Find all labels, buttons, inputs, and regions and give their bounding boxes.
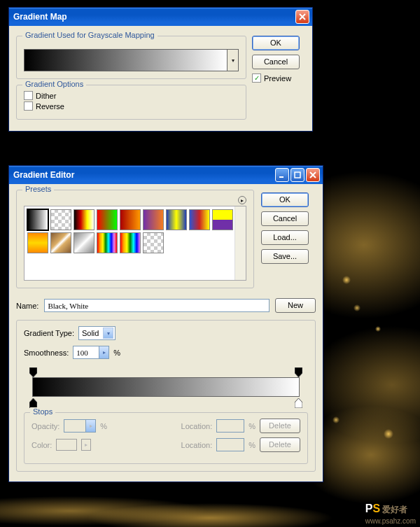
gradient-type-label: Gradient Type:	[24, 329, 74, 337]
location-label: Location:	[181, 422, 213, 430]
ok-button[interactable]: OK	[261, 192, 309, 207]
percent-label: %	[113, 349, 120, 357]
preset-swatch[interactable]	[166, 209, 187, 230]
reverse-checkbox[interactable]: Reverse	[24, 101, 239, 111]
preset-swatch[interactable]	[50, 209, 71, 230]
name-input[interactable]	[44, 299, 270, 312]
reverse-label: Reverse	[36, 102, 64, 111]
preset-swatch[interactable]	[50, 232, 71, 253]
dither-label: Dither	[36, 92, 56, 100]
cancel-button[interactable]: Cancel	[261, 211, 309, 226]
preset-swatch[interactable]	[97, 209, 118, 230]
preset-swatch[interactable]	[120, 209, 141, 230]
presets-group: Presets ▸	[16, 190, 254, 288]
watermark: PS 爱好者 www.psahz.com	[365, 503, 416, 526]
svg-rect-1	[295, 172, 300, 178]
preview-checkbox[interactable]: ✓ Preview	[252, 73, 307, 83]
preset-swatch[interactable]	[143, 209, 164, 230]
chevron-down-icon: ▾	[103, 328, 113, 339]
color-stop-right[interactable]	[295, 398, 302, 408]
gradient-settings-group: Gradient Type: Solid ▾ Smoothness: ▸ %	[16, 320, 316, 472]
dither-checkbox[interactable]: Dither	[24, 91, 239, 100]
grayscale-mapping-group: Gradient Used for Grayscale Mapping ▾	[16, 36, 246, 79]
gradient-editor-titlebar[interactable]: Gradient Editor	[9, 166, 323, 184]
preset-swatch[interactable]	[27, 232, 48, 253]
stops-group: Stops Opacity: ▸ % Location: % Delete Co…	[24, 412, 308, 464]
save-button[interactable]: Save...	[261, 249, 309, 264]
checkbox-checked-icon: ✓	[252, 73, 261, 83]
gradient-editor-dialog: Gradient Editor Presets ▸	[8, 165, 323, 482]
gradient-options-legend: Gradient Options	[22, 80, 86, 88]
color-label: Color:	[31, 441, 52, 449]
chevron-right-icon: ▸	[81, 439, 91, 451]
gradient-options-group: Gradient Options Dither Reverse	[16, 85, 246, 120]
scrollbar[interactable]	[234, 206, 246, 280]
chevron-right-icon: ▸	[86, 419, 96, 433]
checkbox-icon	[24, 101, 33, 111]
opacity-label: Opacity:	[31, 422, 59, 430]
load-button[interactable]: Load...	[261, 230, 309, 245]
svg-rect-0	[279, 176, 284, 178]
smoothness-label: Smoothness:	[24, 349, 69, 357]
ok-button[interactable]: OK	[252, 36, 300, 50]
gradient-type-select[interactable]: Solid ▾	[78, 326, 115, 340]
presets-legend: Presets	[22, 185, 54, 193]
preset-swatch[interactable]	[74, 232, 94, 253]
preset-swatch[interactable]	[74, 209, 94, 230]
color-swatch	[56, 439, 77, 451]
color-stop-left[interactable]	[29, 398, 37, 408]
cancel-button[interactable]: Cancel	[252, 55, 300, 69]
gradient-map-title: Gradient Map	[13, 12, 294, 22]
gradient-dropdown-button[interactable]: ▾	[227, 49, 239, 71]
new-button[interactable]: New	[275, 298, 316, 313]
grayscale-mapping-legend: Gradient Used for Grayscale Mapping	[22, 31, 158, 39]
preset-swatch[interactable]	[189, 209, 210, 230]
delete-opacity-stop-button: Delete	[260, 419, 300, 433]
delete-color-stop-button: Delete	[260, 437, 300, 452]
location-input	[216, 438, 244, 451]
preset-swatch[interactable]	[143, 232, 164, 253]
presets-list	[24, 206, 246, 281]
close-icon[interactable]	[306, 168, 320, 182]
smoothness-input[interactable]: ▸	[73, 346, 109, 359]
presets-flyout-icon[interactable]: ▸	[238, 196, 246, 204]
gradient-preview[interactable]	[24, 49, 227, 71]
chevron-right-icon: ▸	[99, 346, 109, 359]
checkbox-icon	[24, 91, 33, 100]
opacity-stop-left[interactable]	[29, 367, 37, 377]
minimize-icon[interactable]	[275, 168, 289, 182]
gradient-editor-title: Gradient Editor	[13, 170, 274, 180]
preset-swatch[interactable]	[120, 232, 141, 253]
opacity-stop-right[interactable]	[295, 367, 302, 377]
gradient-map-titlebar[interactable]: Gradient Map	[9, 8, 312, 26]
opacity-input: ▸	[64, 419, 96, 433]
preset-swatch[interactable]	[212, 209, 233, 230]
gradient-type-value: Solid	[82, 329, 99, 337]
gradient-editor-bar[interactable]	[32, 377, 300, 397]
preset-swatch[interactable]	[27, 209, 48, 230]
name-label: Name:	[16, 302, 38, 310]
location-label: Location:	[181, 441, 213, 449]
close-icon[interactable]	[295, 10, 309, 24]
preset-swatch[interactable]	[97, 232, 118, 253]
gradient-map-dialog: Gradient Map Gradient Used for Grayscale…	[8, 7, 313, 132]
location-input	[216, 419, 244, 433]
stops-legend: Stops	[30, 407, 55, 416]
preview-label: Preview	[264, 74, 291, 83]
maximize-icon[interactable]	[290, 168, 304, 182]
